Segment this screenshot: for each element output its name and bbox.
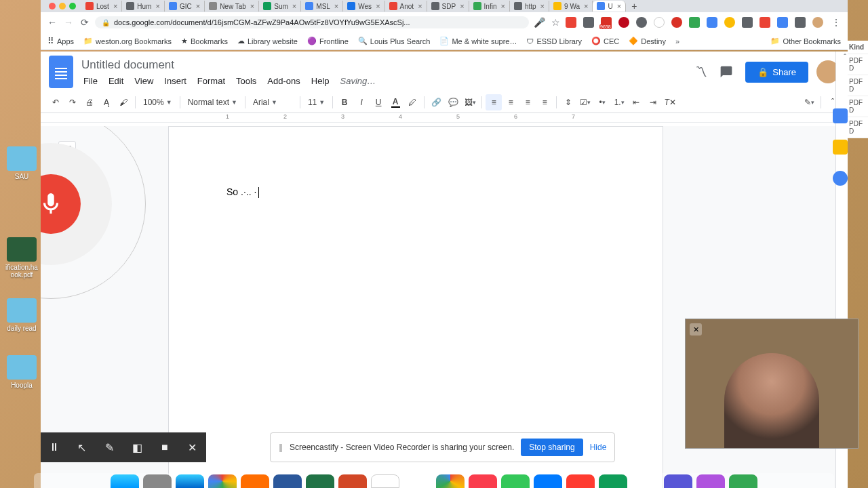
number-list-button[interactable]: 1.▾ — [611, 94, 627, 110]
extension-icon[interactable] — [760, 17, 770, 28]
app-icon[interactable] — [566, 474, 595, 488]
bold-button[interactable]: B — [336, 94, 353, 110]
eraser-tool-button[interactable]: ◧ — [127, 437, 147, 458]
webcam-overlay[interactable]: ✕ — [685, 319, 859, 449]
minimize-window[interactable] — [59, 3, 66, 9]
bookmark-item[interactable]: ⭕ CEC — [591, 37, 619, 45]
pinterest-icon[interactable] — [618, 17, 629, 28]
image-button[interactable]: 🖼▾ — [462, 94, 478, 110]
safari-icon[interactable] — [176, 474, 204, 488]
bookmark-item[interactable]: 🔍 Louis Plus Search — [358, 37, 431, 45]
menu-add-ons[interactable]: Add-ons — [262, 75, 304, 87]
powerpoint-icon[interactable] — [338, 474, 367, 488]
extension-icon[interactable] — [707, 17, 717, 28]
share-button[interactable]: 🔒Share — [745, 62, 808, 83]
app-icon[interactable] — [664, 474, 692, 488]
app-icon[interactable] — [696, 474, 725, 488]
chrome-icon[interactable] — [208, 474, 237, 488]
align-right-button[interactable]: ≡ — [519, 94, 536, 110]
extension-icon[interactable] — [654, 17, 665, 28]
undo-button[interactable]: ↶ — [47, 94, 64, 110]
facetime-icon[interactable] — [501, 474, 530, 488]
style-select[interactable]: Normal text▼ — [184, 98, 241, 107]
chrome-menu-icon[interactable]: ⋮ — [830, 16, 842, 28]
extension-icon[interactable] — [724, 17, 735, 28]
app-icon[interactable] — [403, 474, 432, 488]
browser-tab[interactable]: Sum× — [259, 1, 301, 12]
other-bookmarks[interactable]: 📁 Other Bookmarks — [770, 37, 841, 45]
star-icon[interactable]: ☆ — [549, 16, 561, 28]
browser-tab[interactable]: 9 Wa× — [549, 1, 593, 12]
align-justify-button[interactable]: ≡ — [536, 94, 553, 110]
collapse-side-panel[interactable]: ˆ — [844, 53, 846, 61]
docs-logo-icon[interactable] — [49, 56, 73, 88]
align-center-button[interactable]: ≡ — [502, 94, 519, 110]
url-input[interactable]: 🔒 docs.google.com/document/d/16jsmCGM-aZ… — [95, 16, 529, 28]
browser-tab[interactable]: Infin× — [469, 1, 510, 12]
spellcheck-button[interactable]: Ą — [98, 94, 115, 110]
drive-icon[interactable] — [599, 474, 627, 488]
extension-icon[interactable] — [671, 17, 682, 28]
close-window[interactable] — [49, 3, 56, 9]
cursor-tool-button[interactable]: ↖ — [72, 437, 92, 458]
excel-icon[interactable] — [306, 474, 334, 488]
redo-button[interactable]: ↷ — [64, 94, 81, 110]
browser-tab[interactable]: Lost× — [81, 1, 122, 12]
paint-format-button[interactable]: 🖌 — [115, 94, 132, 110]
menu-edit[interactable]: Edit — [104, 75, 128, 87]
photos-icon[interactable] — [436, 474, 465, 488]
text-color-button[interactable]: A — [387, 94, 403, 110]
calendar-addon-icon[interactable] — [833, 108, 848, 123]
extension-icon[interactable] — [583, 17, 594, 28]
close-toolbar-button[interactable]: ✕ — [182, 437, 203, 458]
extension-icon[interactable] — [795, 17, 806, 28]
desktop-folder[interactable]: Hoopla — [3, 355, 41, 389]
desktop-file[interactable]: ification.ha ook.pdf — [3, 237, 41, 279]
highlight-button[interactable]: 🖊 — [404, 94, 420, 110]
voice-search-icon[interactable]: 🎤 — [533, 16, 545, 28]
new-tab-button[interactable]: + — [626, 1, 642, 12]
bookmark-item[interactable]: 📁 weston.org Bookmarks — [83, 37, 172, 45]
print-button[interactable]: 🖨 — [81, 94, 98, 110]
stop-sharing-button[interactable]: Stop sharing — [521, 439, 583, 456]
font-size-select[interactable]: 11▼ — [304, 98, 329, 107]
browser-tab[interactable]: MSL× — [301, 1, 343, 12]
indent-decrease-button[interactable]: ⇤ — [628, 94, 644, 110]
ruler[interactable]: 1234567 — [41, 113, 848, 123]
hide-notice-button[interactable]: Hide — [590, 443, 607, 452]
activity-icon[interactable]: 〽 — [695, 65, 707, 79]
bookmark-item[interactable]: ☁ Library website — [237, 37, 298, 45]
apps-shortcut[interactable]: ⠿Apps — [47, 36, 74, 46]
extension-icon[interactable] — [636, 17, 647, 28]
gmail-ext-icon[interactable]: 9638 — [601, 17, 612, 28]
app-icon[interactable] — [631, 474, 660, 488]
menu-insert[interactable]: Insert — [159, 75, 191, 87]
tasks-addon-icon[interactable] — [833, 171, 848, 186]
link-button[interactable]: 🔗 — [428, 94, 444, 110]
calendar-icon[interactable] — [371, 474, 399, 488]
browser-tab[interactable]: U× — [593, 1, 626, 12]
browser-tab[interactable]: GIC× — [165, 1, 205, 12]
back-button[interactable]: ← — [46, 16, 58, 28]
menu-help[interactable]: Help — [307, 75, 334, 87]
browser-tab[interactable]: Wes× — [343, 1, 384, 12]
webcam-close-button[interactable]: ✕ — [690, 323, 702, 336]
font-select[interactable]: Arial▼ — [249, 98, 296, 107]
italic-button[interactable]: I — [353, 94, 370, 110]
zoom-select[interactable]: 100%▼ — [139, 98, 176, 107]
extension-icon[interactable] — [742, 17, 753, 28]
webcam-toggle-button[interactable]: ■ — [155, 437, 175, 458]
checklist-button[interactable]: ☑▾ — [577, 94, 593, 110]
keep-addon-icon[interactable] — [833, 140, 848, 155]
app-icon[interactable] — [143, 474, 172, 488]
app-icon[interactable] — [534, 474, 562, 488]
browser-tab[interactable]: Anot× — [385, 1, 427, 12]
forward-button[interactable]: → — [62, 16, 75, 28]
app-icon[interactable] — [729, 474, 757, 488]
reload-button[interactable]: ⟳ — [79, 16, 91, 28]
desktop-folder[interactable]: daily read — [3, 298, 41, 332]
align-left-button[interactable]: ≡ — [486, 94, 502, 110]
music-icon[interactable] — [469, 474, 497, 488]
comments-button[interactable] — [715, 61, 737, 83]
extension-icon[interactable] — [689, 17, 700, 28]
